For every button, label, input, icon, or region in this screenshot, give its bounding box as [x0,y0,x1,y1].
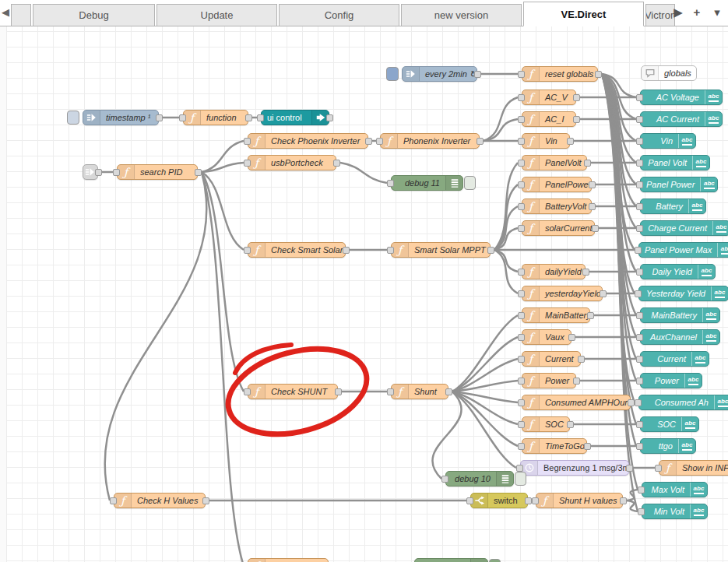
input-port[interactable] [518,71,525,78]
node-timestamp[interactable]: timestamp ¹ [83,110,159,125]
input-port[interactable] [113,169,120,176]
tab-stub[interactable] [11,4,31,26]
input-port[interactable] [387,247,394,254]
node-f_panelvolt[interactable]: ƒPanelVolt [522,155,587,170]
output-port[interactable] [525,497,532,504]
input-port[interactable] [518,312,525,319]
output-port[interactable] [595,71,602,78]
node-f_vaux[interactable]: ƒVaux [522,329,571,345]
node-debug9[interactable]: debug 9 [414,558,488,562]
input-port[interactable] [636,116,643,123]
input-port[interactable] [518,378,525,385]
input-port[interactable] [244,247,251,254]
tab-ve-direct[interactable]: VE.Direct [523,2,644,26]
node-t_soc[interactable]: SOCabc [640,416,699,432]
node-f_yesterdayyield[interactable]: ƒyesterdayYield [522,286,603,301]
input-port[interactable] [518,421,525,428]
output-port[interactable] [326,114,333,121]
output-port[interactable] [202,497,209,504]
output-port[interactable] [568,334,575,341]
output-port[interactable] [335,388,342,395]
node-debug11[interactable]: debug 11 [391,175,463,191]
node-f_consumed[interactable]: ƒConsumed AMPHOurs [522,395,631,410]
inject-button[interactable] [67,111,79,125]
input-port[interactable] [636,181,643,188]
tab-update[interactable]: Update [157,4,277,26]
input-port[interactable] [636,94,643,101]
input-port[interactable] [518,225,525,232]
input-port[interactable] [518,116,525,123]
input-port[interactable] [518,334,525,341]
input-port[interactable] [466,497,473,504]
node-t_power[interactable]: Powerabc [640,373,702,388]
output-port[interactable] [567,421,574,428]
output-port[interactable] [584,443,591,450]
input-port[interactable] [110,497,117,504]
node-t_accurrent[interactable]: AC Currentabc [640,111,723,127]
tab-new-version[interactable]: new version [401,4,522,26]
node-t_chargecurrent[interactable]: Charge Currentabc [640,220,728,236]
input-port[interactable] [244,138,251,145]
node-f_solarcurrent[interactable]: ƒsolarCurrent [522,220,595,236]
input-port[interactable] [636,138,643,145]
node-f_batteryvolt[interactable]: ƒBatteryVolt [522,198,592,214]
input-port[interactable] [257,114,264,121]
output-port[interactable] [573,378,580,385]
output-port[interactable] [589,203,596,210]
node-checkhvalues[interactable]: ƒCheck H Values [114,493,206,508]
debug-toggle-button[interactable] [464,176,476,190]
node-f_mainbattery[interactable]: ƒMainBattery [522,307,590,323]
node-f_aci[interactable]: ƒAC_I [522,111,576,127]
node-debug10[interactable]: debug 10 [445,471,514,486]
input-port[interactable] [518,290,525,297]
node-t_auxchannel[interactable]: AuxChannelabc [640,329,720,345]
input-port[interactable] [441,476,448,483]
output-port[interactable] [567,138,574,145]
input-port[interactable] [636,334,643,341]
output-port[interactable] [195,169,202,176]
output-port[interactable] [95,169,102,176]
node-t_minvolt[interactable]: Min Voltabc [642,504,708,519]
node-t_vin[interactable]: Vinabc [640,133,696,149]
node-f_dailyyield[interactable]: ƒdailyYield [522,264,586,279]
node-switch[interactable]: switch [470,493,528,508]
node-t_acvoltage[interactable]: AC Voltageabc [640,90,723,105]
input-port[interactable] [636,160,643,167]
input-port[interactable] [518,138,525,145]
node-t_battery[interactable]: Batteryabc [640,198,706,214]
input-port[interactable] [376,138,383,145]
input-port[interactable] [518,356,525,363]
node-t_ttgo[interactable]: ttgoabc [640,438,696,454]
input-port[interactable] [636,312,643,319]
node-f_soc[interactable]: ƒSOC [522,416,570,432]
input-port[interactable] [636,356,643,363]
node-t_panelpower[interactable]: Panel Powerabc [640,177,718,192]
input-port[interactable] [179,114,186,121]
node-uicontrol[interactable]: ui control [261,110,329,125]
node-resetglobals[interactable]: ƒreset globals [522,66,598,82]
output-port[interactable] [477,138,484,145]
node-t_dailyyield[interactable]: Daily Yieldabc [640,264,716,279]
output-port[interactable] [589,181,596,188]
output-port[interactable] [582,269,589,276]
node-t_mainbattery[interactable]: MainBatteryabc [640,307,720,323]
input-port[interactable] [636,378,643,385]
output-port[interactable] [626,465,633,472]
node-t_maxvolt[interactable]: Max Voltabc [642,482,708,497]
output-port[interactable] [487,247,494,254]
node-t_consumedah[interactable]: Consumed Ahabc [638,395,728,410]
node-globals[interactable]: globals [641,65,697,81]
node-begrenzung[interactable]: Begrenzung 1 msg/3m [520,460,629,476]
input-port[interactable] [518,203,525,210]
input-port[interactable] [635,290,642,297]
node-t_current[interactable]: Currentabc [640,351,709,367]
input-port[interactable] [518,181,525,188]
output-port[interactable] [600,290,607,297]
output-port[interactable] [156,114,163,121]
output-port[interactable] [573,116,580,123]
output-port[interactable] [343,247,350,254]
input-port[interactable] [636,225,643,232]
input-port[interactable] [518,269,525,276]
tab-scroll-right-button[interactable]: ▶ [671,5,685,19]
output-port[interactable] [628,399,635,406]
